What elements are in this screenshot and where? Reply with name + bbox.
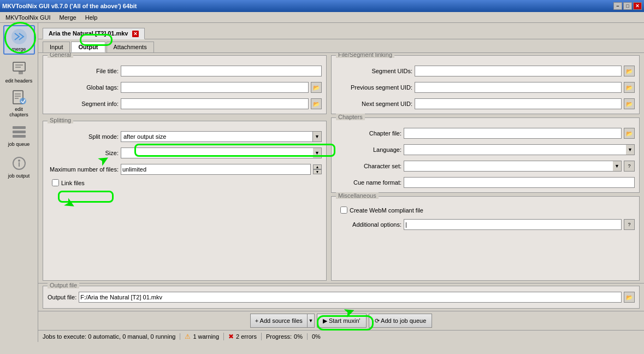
miscellaneous-group: Miscellaneous Create WebM compliant file… xyxy=(331,196,640,281)
tab-output[interactable]: Output xyxy=(71,42,105,52)
next-segment-uid-row: Next segment UID: 📂 xyxy=(336,98,635,109)
warnings-status: ⚠ 1 warning xyxy=(185,333,224,340)
charset-row: Character set: ▼ ? xyxy=(336,161,635,172)
prev-segment-uid-input[interactable] xyxy=(415,82,622,93)
webm-label: Create WebM compliant file xyxy=(350,207,423,214)
language-row: Language: ▼ xyxy=(336,144,635,155)
additional-options-help[interactable]: ? xyxy=(624,219,635,230)
chapter-file-row: Chapter file: 📂 xyxy=(336,128,635,139)
main-layout: merge edit headers xyxy=(0,23,644,342)
output-file-title: Output file xyxy=(48,282,79,288)
charset-input[interactable] xyxy=(404,161,613,172)
add-source-files-button[interactable]: + Add source files xyxy=(250,314,307,328)
menu-mkvtoolnix[interactable]: MKVToolNix GUI xyxy=(1,13,55,22)
prev-segment-uid-browse[interactable]: 📂 xyxy=(624,82,635,93)
tab-attachments[interactable]: Attachments xyxy=(107,42,154,52)
chapters-group: Chapters Chapter file: 📂 Language: ▼ xyxy=(331,117,640,193)
tab-input[interactable]: Input xyxy=(43,42,70,52)
additional-options-label: Additional options: xyxy=(336,221,401,228)
file-title-label: File title: xyxy=(48,68,119,74)
link-files-checkbox[interactable] xyxy=(52,179,59,186)
minimize-button[interactable]: − xyxy=(613,2,622,10)
max-files-input[interactable] xyxy=(121,164,311,175)
additional-options-input[interactable] xyxy=(404,219,622,230)
chapter-file-input[interactable] xyxy=(404,128,622,139)
output-file-browse[interactable]: 📂 xyxy=(624,292,635,303)
language-input[interactable] xyxy=(404,144,626,155)
miscellaneous-title: Miscellaneous xyxy=(336,192,379,199)
jobs-text: Jobs to execute: 0 automatic, 0 manual, … xyxy=(43,333,175,340)
charset-label: Character set: xyxy=(336,163,401,169)
split-mode-dropdown-arrow[interactable]: ▼ xyxy=(313,131,322,142)
menu-merge[interactable]: Merge xyxy=(55,13,81,22)
general-title: General xyxy=(48,53,73,58)
sidebar-chapters-label: edit chapters xyxy=(5,107,33,117)
size-dropdown-arrow[interactable]: ▼ xyxy=(313,148,322,158)
charset-dropdown[interactable]: ▼ xyxy=(613,161,622,172)
window-controls: − □ ✕ xyxy=(613,2,642,10)
next-segment-uid-browse[interactable]: 📂 xyxy=(624,98,635,109)
close-button[interactable]: ✕ xyxy=(633,2,642,10)
output-file-row: Output file: 📂 xyxy=(48,292,635,303)
size-input[interactable] xyxy=(121,148,313,158)
panel-area: General File title: Global tags: 📂 Segme… xyxy=(38,53,644,283)
webm-checkbox[interactable] xyxy=(340,206,347,214)
segment-uid-row: Segment UIDs: 📂 xyxy=(336,66,635,76)
split-mode-select-display: after output size do not split after out… xyxy=(121,131,313,142)
output-file-input[interactable] xyxy=(79,292,622,303)
warning-icon: ⚠ xyxy=(185,333,191,340)
right-progress-value: 0% xyxy=(312,333,321,340)
segment-info-input[interactable] xyxy=(121,98,309,109)
add-source-dropdown-arrow[interactable]: ▼ xyxy=(307,314,315,328)
cue-name-label: Cue name format: xyxy=(336,179,401,186)
add-source-container: + Add source files ▼ xyxy=(250,314,315,328)
maximize-button[interactable]: □ xyxy=(623,2,632,10)
sidebar-item-edit-chapters[interactable]: edit chapters xyxy=(3,88,35,118)
cue-name-input[interactable] xyxy=(404,177,635,188)
svg-rect-10 xyxy=(13,126,26,129)
errors-text: 2 errors xyxy=(236,333,257,340)
chapter-file-browse[interactable]: 📂 xyxy=(624,128,635,139)
menu-bar: MKVToolNix GUI Merge Help xyxy=(0,12,644,23)
sidebar-item-job-queue[interactable]: job queue xyxy=(3,120,35,150)
split-mode-label: Split mode: xyxy=(48,133,119,140)
action-bar: + Add source files ▼ ▶ Start muxin' ⟳ Ad… xyxy=(38,311,644,330)
start-muxin-button[interactable]: ▶ Start muxin' xyxy=(317,314,367,328)
charset-help[interactable]: ? xyxy=(624,161,635,172)
merge-icon xyxy=(10,28,28,45)
max-files-up[interactable]: ▲ xyxy=(313,164,322,169)
file-tab[interactable]: Aria the Natural [T2] 01.mkv ✕ xyxy=(43,28,145,39)
language-dropdown[interactable]: ▼ xyxy=(626,144,635,155)
sidebar-item-job-output[interactable]: job output xyxy=(3,152,35,181)
left-panel: General File title: Global tags: 📂 Segme… xyxy=(43,55,327,281)
error-icon: ✖ xyxy=(228,333,234,340)
next-segment-uid-input[interactable] xyxy=(415,98,622,109)
progress-status: Progress: 0% xyxy=(266,333,308,340)
global-tags-input[interactable] xyxy=(121,82,309,93)
sidebar-item-merge[interactable]: merge xyxy=(3,25,35,55)
app-title: MKVToolNix GUI v8.7.0 ('All of the above… xyxy=(2,3,137,9)
file-title-input[interactable] xyxy=(121,66,322,76)
prev-segment-uid-row: Previous segment UID: 📂 xyxy=(336,82,635,93)
menu-help[interactable]: Help xyxy=(81,13,102,22)
output-file-label: Output file: xyxy=(48,294,76,300)
sidebar: merge edit headers xyxy=(0,23,38,342)
sidebar-job-queue-label: job queue xyxy=(8,141,30,147)
size-label: Size: xyxy=(48,150,119,156)
output-file-section: Output file Output file: 📂 xyxy=(38,283,644,311)
file-tab-bar: Aria the Natural [T2] 01.mkv ✕ xyxy=(38,23,644,39)
segment-info-browse-button[interactable]: 📂 xyxy=(311,98,322,109)
prev-segment-uid-label: Previous segment UID: xyxy=(336,84,412,91)
link-files-row: Link files xyxy=(48,179,322,186)
max-files-row: Maximum number of files: ▲ ▼ xyxy=(48,164,322,175)
tab-close-button[interactable]: ✕ xyxy=(132,31,139,37)
global-tags-browse-button[interactable]: 📂 xyxy=(311,82,322,93)
max-files-down[interactable]: ▼ xyxy=(313,169,322,174)
link-files-label: Link files xyxy=(61,180,85,186)
segment-uid-browse[interactable]: 📂 xyxy=(624,66,635,76)
splitting-title: Splitting xyxy=(48,117,73,123)
sidebar-item-edit-headers[interactable]: edit headers xyxy=(3,57,35,86)
segment-uid-input[interactable] xyxy=(415,66,622,76)
add-to-job-queue-button[interactable]: ⟳ Add to job queue xyxy=(369,314,433,328)
max-files-label: Maximum number of files: xyxy=(48,166,119,173)
